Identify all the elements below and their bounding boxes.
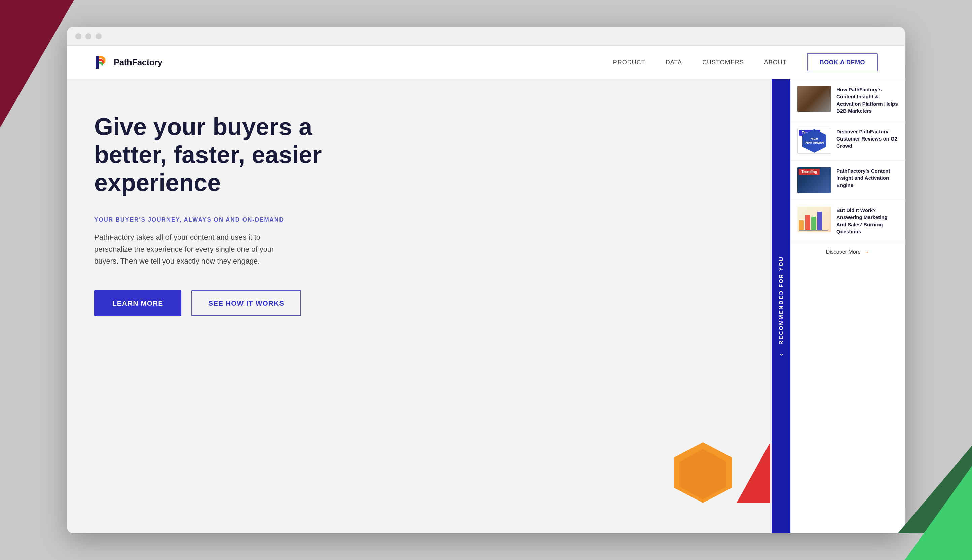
rec-thumb-4 xyxy=(797,207,831,232)
rec-info-4: But Did It Work? Answering Marketing And… xyxy=(837,207,898,235)
rec-info-1: How PathFactory's Content Insight & Acti… xyxy=(837,86,898,114)
rec-info-2: Discover PathFactory Customer Reviews on… xyxy=(837,128,898,153)
browser-dot-1 xyxy=(75,33,82,39)
svg-rect-7 xyxy=(817,212,822,230)
corner-decoration-bottom-right xyxy=(878,442,972,560)
hero-subtitle: YOUR BUYER'S JOURNEY, ALWAYS ON AND ON-D… xyxy=(94,217,330,223)
browser-dot-3 xyxy=(95,33,102,39)
rec-thumb-1 xyxy=(797,86,831,112)
hero-body: PathFactory takes all of your content an… xyxy=(94,231,296,267)
browser-chrome xyxy=(67,27,905,46)
triangle-shape xyxy=(737,442,770,503)
nav-about[interactable]: ABOUT xyxy=(764,59,787,66)
hero-illustration xyxy=(663,419,770,513)
rec-card-4[interactable]: But Did It Work? Answering Marketing And… xyxy=(791,200,905,242)
browser-window: PathFactory PRODUCT DATA CUSTOMERS ABOUT… xyxy=(67,27,905,533)
hero-content: Give your buyers a better, faster, easie… xyxy=(94,113,330,316)
hero-title: Give your buyers a better, faster, easie… xyxy=(94,113,330,196)
discover-arrow-icon: → xyxy=(864,249,869,255)
hex-shape xyxy=(669,439,737,506)
nav-product[interactable]: PRODUCT xyxy=(613,59,645,66)
hero-section: Give your buyers a better, faster, easie… xyxy=(67,79,905,533)
svg-rect-4 xyxy=(799,220,804,230)
corner-bright xyxy=(905,466,972,560)
logo-area[interactable]: PathFactory xyxy=(94,55,162,70)
hero-buttons: LEARN MORE SEE HOW IT WORKS xyxy=(94,290,330,316)
rec-title-2: Discover PathFactory Customer Reviews on… xyxy=(837,128,898,149)
chart-icon xyxy=(797,207,831,232)
svg-rect-6 xyxy=(811,217,816,230)
rec-card-2[interactable]: Featured HIGHPERFORMER Discover PathFact… xyxy=(791,121,905,161)
site-header: PathFactory PRODUCT DATA CUSTOMERS ABOUT… xyxy=(67,46,905,79)
corner-decoration-top-left xyxy=(0,0,74,128)
discover-more-link[interactable]: Discover More → xyxy=(791,242,905,262)
rec-title-3: PathFactory's Content Insight and Activa… xyxy=(837,167,898,188)
see-how-it-works-button[interactable]: SEE HOW IT WORKS xyxy=(191,290,301,316)
svg-rect-5 xyxy=(805,215,810,230)
rec-info-3: PathFactory's Content Insight and Activa… xyxy=(837,167,898,193)
main-nav: PRODUCT DATA CUSTOMERS ABOUT BOOK A DEMO xyxy=(613,53,878,71)
rec-thumb-3: Trending xyxy=(797,167,831,193)
recommended-label: ⌃ RECOMMENDED FOR YOU xyxy=(778,256,784,357)
book-demo-button[interactable]: BOOK A DEMO xyxy=(807,53,878,71)
nav-data[interactable]: DATA xyxy=(666,59,682,66)
nav-customers[interactable]: CUSTOMERS xyxy=(702,59,744,66)
trending-badge: Trending xyxy=(799,169,820,175)
rec-title-4: But Did It Work? Answering Marketing And… xyxy=(837,207,898,235)
rec-title-1: How PathFactory's Content Insight & Acti… xyxy=(837,86,898,114)
chevron-up-icon: ⌃ xyxy=(778,349,784,356)
rec-thumb-2: Featured HIGHPERFORMER xyxy=(797,128,831,153)
logo-text: PathFactory xyxy=(114,57,162,68)
learn-more-button[interactable]: LEARN MORE xyxy=(94,290,181,316)
logo-icon xyxy=(94,55,109,70)
recommended-sidebar[interactable]: ⌃ RECOMMENDED FOR YOU xyxy=(772,79,790,533)
rec-card-1[interactable]: How PathFactory's Content Insight & Acti… xyxy=(791,79,905,121)
svg-rect-1 xyxy=(95,57,99,68)
browser-dot-2 xyxy=(85,33,92,39)
rec-card-3[interactable]: Trending PathFactory's Content Insight a… xyxy=(791,161,905,200)
